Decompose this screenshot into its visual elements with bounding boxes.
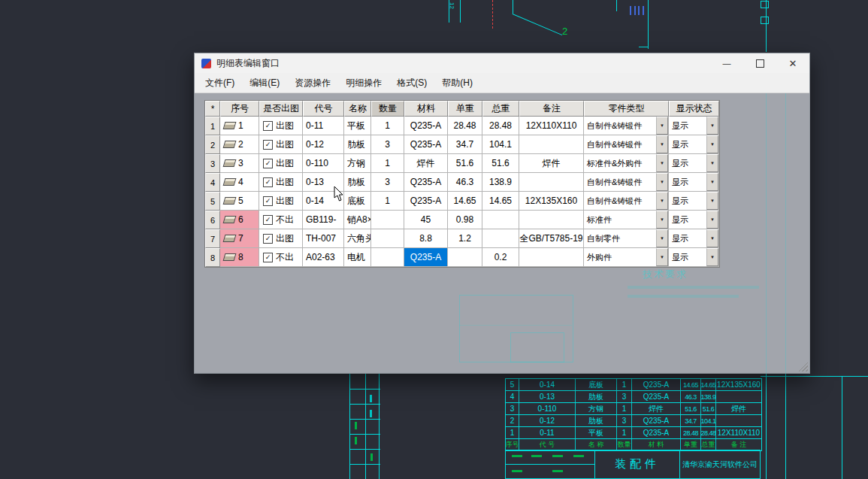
cell-plot[interactable]: ✓不出 <box>259 248 303 267</box>
dropdown-arrow-icon[interactable]: ▼ <box>706 117 718 135</box>
dropdown-arrow-icon[interactable]: ▼ <box>656 211 668 229</box>
cell-remark[interactable] <box>519 211 584 229</box>
plot-checkbox[interactable]: ✓ <box>263 140 273 150</box>
maximize-button[interactable] <box>743 53 776 73</box>
cell-seq[interactable]: 2 <box>220 135 259 154</box>
display-select[interactable]: 显示▼ <box>669 173 718 191</box>
cell-seq[interactable]: 4 <box>220 173 259 192</box>
cell-code[interactable]: 0-11 <box>303 117 344 135</box>
menu-item[interactable]: 帮助(H) <box>434 74 480 92</box>
cell-unit-weight[interactable]: 14.65 <box>448 192 482 211</box>
cell-total-weight[interactable]: 104.1 <box>482 135 519 154</box>
part-type-select[interactable]: 外购件▼ <box>584 248 668 266</box>
dropdown-arrow-icon[interactable]: ▼ <box>656 135 668 153</box>
column-header[interactable]: 材料 <box>404 101 448 117</box>
row-header[interactable]: 3 <box>205 154 220 173</box>
column-header[interactable]: 备注 <box>519 101 584 117</box>
part-type-select[interactable]: 自制件&铸锻件▼ <box>584 135 668 153</box>
row-header[interactable]: 2 <box>205 135 220 154</box>
cell-code[interactable]: TH-007 <box>303 229 344 248</box>
dialog-titlebar[interactable]: 明细表编辑窗口 — ✕ <box>195 53 809 73</box>
cell-seq[interactable]: 8 <box>220 248 259 267</box>
plot-checkbox[interactable]: ✓ <box>263 215 273 225</box>
cell-qty[interactable] <box>371 211 404 229</box>
column-header[interactable]: 代号 <box>303 101 344 117</box>
cell-remark[interactable] <box>519 173 584 192</box>
cell-plot[interactable]: ✓出图 <box>259 173 303 192</box>
column-header[interactable]: 序号 <box>220 101 259 117</box>
cell-total-weight[interactable]: 28.48 <box>482 117 519 135</box>
menu-item[interactable]: 编辑(E) <box>242 74 287 92</box>
dropdown-arrow-icon[interactable]: ▼ <box>706 173 718 191</box>
display-select[interactable]: 显示▼ <box>669 117 718 135</box>
cell-material[interactable]: Q235-A <box>404 192 448 211</box>
cell-remark[interactable] <box>519 135 584 154</box>
dropdown-arrow-icon[interactable]: ▼ <box>706 211 718 229</box>
cell-plot[interactable]: ✓出图 <box>259 229 303 248</box>
part-type-select[interactable]: 自制零件▼ <box>584 229 668 247</box>
column-header[interactable]: 显示状态 <box>669 101 719 117</box>
dropdown-arrow-icon[interactable]: ▼ <box>706 154 718 172</box>
menu-item[interactable]: 格式(S) <box>389 74 434 92</box>
cell-name[interactable]: 肋板 <box>344 173 371 192</box>
cell-seq[interactable]: 6 <box>220 211 259 229</box>
part-type-select[interactable]: 自制件&铸锻件▼ <box>584 173 668 191</box>
row-header[interactable]: 6 <box>205 211 220 229</box>
cell-total-weight[interactable]: 51.6 <box>482 154 519 173</box>
minimize-button[interactable]: — <box>710 53 743 73</box>
menu-item[interactable]: 文件(F) <box>198 74 242 92</box>
column-header[interactable]: 总重 <box>482 101 519 117</box>
cell-seq[interactable]: 7 <box>220 229 259 248</box>
cell-name[interactable]: 电机 <box>344 248 371 267</box>
cell-unit-weight[interactable]: 0.98 <box>448 211 482 229</box>
cell-qty[interactable]: 1 <box>371 117 404 135</box>
cell-total-weight[interactable] <box>482 229 519 248</box>
column-header[interactable]: 单重 <box>448 101 482 117</box>
resize-grip-icon[interactable] <box>799 362 808 371</box>
dropdown-arrow-icon[interactable]: ▼ <box>656 117 668 135</box>
cell-material[interactable]: 45 <box>404 211 448 229</box>
menu-item[interactable]: 资源操作 <box>287 74 338 92</box>
part-type-select[interactable]: 自制件&铸锻件▼ <box>584 117 668 135</box>
selected-cell[interactable]: Q235-A <box>404 248 448 267</box>
display-select[interactable]: 显示▼ <box>669 229 718 247</box>
cell-plot[interactable]: ✓出图 <box>259 135 303 154</box>
cell-unit-weight[interactable]: 46.3 <box>448 173 482 192</box>
cell-plot[interactable]: ✓不出 <box>259 211 303 229</box>
plot-checkbox[interactable]: ✓ <box>263 121 273 131</box>
cell-code[interactable]: 0-110 <box>303 154 344 173</box>
cell-name[interactable]: 销A8× <box>344 211 371 229</box>
cell-remark[interactable]: 全GB/T5785-19 <box>519 229 584 248</box>
cell-total-weight[interactable] <box>482 211 519 229</box>
cell-code[interactable]: 0-12 <box>303 135 344 154</box>
display-select[interactable]: 显示▼ <box>669 211 718 229</box>
row-header[interactable]: 4 <box>205 173 220 192</box>
cell-unit-weight[interactable]: 34.7 <box>448 135 482 154</box>
column-header[interactable]: 名称 <box>344 101 371 117</box>
plot-checkbox[interactable]: ✓ <box>263 196 273 206</box>
cell-qty[interactable] <box>371 248 404 267</box>
display-select[interactable]: 显示▼ <box>669 154 718 172</box>
cell-unit-weight[interactable] <box>448 248 482 267</box>
cell-seq[interactable]: 3 <box>220 154 259 173</box>
dropdown-arrow-icon[interactable]: ▼ <box>656 173 668 191</box>
display-select[interactable]: 显示▼ <box>669 192 718 210</box>
cell-seq[interactable]: 5 <box>220 192 259 211</box>
cell-total-weight[interactable]: 138.9 <box>482 173 519 192</box>
cell-total-weight[interactable]: 0.2 <box>482 248 519 267</box>
dropdown-arrow-icon[interactable]: ▼ <box>656 192 668 210</box>
part-type-select[interactable]: 标准件▼ <box>584 211 668 229</box>
cell-unit-weight[interactable]: 51.6 <box>448 154 482 173</box>
cell-remark[interactable]: 12X135X160 <box>519 192 584 211</box>
dropdown-arrow-icon[interactable]: ▼ <box>706 135 718 153</box>
plot-checkbox[interactable]: ✓ <box>263 253 273 262</box>
dropdown-arrow-icon[interactable]: ▼ <box>656 154 668 172</box>
cell-code[interactable]: GB119- <box>303 211 344 229</box>
plot-checkbox[interactable]: ✓ <box>263 234 273 244</box>
menu-item[interactable]: 明细操作 <box>338 74 389 92</box>
cell-remark[interactable]: 12X110X110 <box>519 117 584 135</box>
cell-plot[interactable]: ✓出图 <box>259 192 303 211</box>
dropdown-arrow-icon[interactable]: ▼ <box>656 229 668 247</box>
row-header[interactable]: 1 <box>205 117 220 135</box>
display-select[interactable]: 显示▼ <box>669 248 718 266</box>
